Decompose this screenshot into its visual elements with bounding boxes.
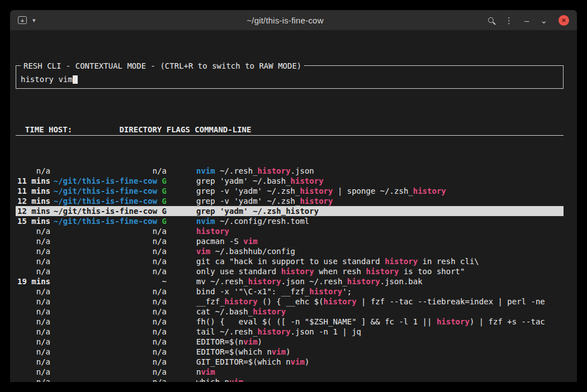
history-row[interactable]: n/an/apacman -S vim: [16, 236, 564, 246]
row-command: mv ~/.resh_history.json ~/.resh_history.…: [196, 276, 423, 286]
row-directory: n/a: [50, 337, 167, 347]
row-command: GIT_EDITOR=$(which nvim): [196, 357, 309, 367]
git-flag: G: [157, 187, 167, 195]
menu-button[interactable]: ⋮: [505, 16, 513, 25]
row-time: n/a: [16, 367, 50, 377]
minimize-button[interactable]: –: [524, 16, 529, 25]
history-row[interactable]: n/an/avim ~/.bashhub/config: [16, 246, 564, 256]
history-row[interactable]: n/an/aGIT_EDITOR=$(which nvim): [16, 357, 564, 367]
history-row[interactable]: 15 mins~/git/this-is-fine-cow Gnvim ~/.c…: [16, 216, 564, 226]
row-directory: n/a: [50, 266, 167, 276]
history-row[interactable]: n/an/aEDITOR=$(which nvim): [16, 347, 564, 357]
row-time: 11 mins: [16, 176, 50, 186]
row-directory: n/a: [50, 236, 167, 246]
row-time: n/a: [16, 286, 50, 297]
row-command: nvim: [196, 367, 215, 377]
history-row[interactable]: n/an/atail ~/.resh_history.json -n 1 | j…: [16, 327, 564, 337]
row-command: vim ~/.bashhub/config: [196, 246, 295, 256]
row-command: grep -v 'yadm' ~/.zsh_history | sponge ~…: [196, 186, 446, 196]
git-flag: G: [157, 207, 167, 216]
row-time: n/a: [16, 256, 50, 266]
search-input[interactable]: history vim: [21, 74, 78, 84]
row-directory: ~/git/this-is-fine-cow G: [50, 186, 167, 196]
history-row[interactable]: 19 mins~mv ~/.resh_history.json ~/.resh_…: [16, 276, 564, 286]
row-directory: ~: [50, 276, 167, 286]
restore-icon: ⌄: [540, 16, 547, 25]
row-command: grep -v 'yadm' ~/.zsh_history: [196, 196, 333, 206]
history-row[interactable]: n/an/acat ~/.bash_history: [16, 307, 564, 317]
terminal-window: + ▾ ~/git/this-is-fine-cow ⋮ – ⌄ ✕: [10, 10, 577, 382]
row-directory: n/a: [50, 357, 167, 367]
row-directory: ~/git/this-is-fine-cow G: [50, 176, 167, 186]
history-row[interactable]: 12 mins~/git/this-is-fine-cow Ggrep -v '…: [16, 196, 564, 206]
titlebar: + ▾ ~/git/this-is-fine-cow ⋮ – ⌄ ✕: [10, 10, 577, 30]
git-flag: G: [157, 176, 167, 185]
search-button[interactable]: [488, 17, 494, 23]
history-row[interactable]: n/an/anvim: [16, 367, 564, 377]
row-time: 11 mins: [16, 186, 50, 196]
row-directory: n/a: [50, 327, 167, 337]
restore-button[interactable]: ⌄: [540, 16, 547, 25]
history-row[interactable]: n/an/ahistory: [16, 226, 564, 236]
row-time: 12 mins: [16, 196, 50, 206]
row-directory: ~/git/this-is-fine-cow G: [50, 216, 167, 226]
row-directory: n/a: [50, 166, 167, 176]
row-command: grep 'yadm' ~/.zsh_history: [196, 206, 319, 216]
git-flag: G: [157, 197, 167, 205]
row-command: fh() { eval $( ([ -n "$ZSH_NAME" ] && fc…: [196, 317, 545, 327]
row-time: 12 mins: [16, 206, 50, 216]
history-row[interactable]: n/an/afh() { eval $( ([ -n "$ZSH_NAME" ]…: [16, 317, 564, 327]
row-time: n/a: [16, 337, 50, 347]
history-row[interactable]: n/an/aonly use standard history when res…: [16, 266, 564, 276]
row-command: history: [196, 226, 229, 236]
row-directory: n/a: [50, 286, 167, 297]
history-row[interactable]: n/an/agit ca "hack in support to use sta…: [16, 256, 564, 266]
row-time: n/a: [16, 307, 50, 317]
row-directory: n/a: [50, 317, 167, 327]
row-command: which nvim: [196, 377, 243, 382]
new-tab-button[interactable]: +: [18, 16, 27, 24]
history-row[interactable]: n/an/awhich nvim: [16, 377, 564, 382]
history-row[interactable]: n/an/anvim ~/.resh_history.json: [16, 166, 564, 176]
row-time: n/a: [16, 327, 50, 337]
row-time: 19 mins: [16, 276, 50, 286]
history-row[interactable]: n/an/aEDITOR=$(nvim): [16, 337, 564, 347]
close-button[interactable]: ✕: [558, 15, 569, 26]
history-row-selected[interactable]: 12 mins~/git/this-is-fine-cow Ggrep 'yad…: [16, 206, 564, 216]
row-time: 15 mins: [16, 216, 50, 226]
row-command: bind -x '"\C-x1": __fzf_history';: [196, 286, 352, 297]
row-command: EDITOR=$(which nvim): [196, 347, 291, 357]
row-directory: n/a: [50, 297, 167, 307]
row-directory: n/a: [50, 377, 167, 382]
resh-mode-label: RESH CLI - CONTEXTUAL MODE - (CTRL+R to …: [21, 61, 304, 71]
history-rows: n/an/anvim ~/.resh_history.json11 mins~/…: [16, 166, 564, 382]
row-command: git ca "hack in support to use standard …: [196, 256, 479, 266]
row-directory: n/a: [50, 307, 167, 317]
row-time: n/a: [16, 297, 50, 307]
window-title: ~/git/this-is-fine-cow: [130, 16, 441, 25]
row-time: n/a: [16, 317, 50, 327]
row-directory: n/a: [50, 246, 167, 256]
history-row[interactable]: n/an/a__fzf_history () { __ehc $(history…: [16, 297, 564, 307]
row-time: n/a: [16, 377, 50, 382]
search-icon: [488, 17, 494, 23]
history-row[interactable]: 11 mins~/git/this-is-fine-cow Ggrep 'yad…: [16, 176, 564, 186]
row-time: n/a: [16, 226, 50, 236]
tab-dropdown-button[interactable]: ▾: [32, 17, 36, 24]
history-row[interactable]: n/an/abind -x '"\C-x1": __fzf_history';: [16, 286, 564, 297]
row-time: n/a: [16, 357, 50, 367]
chevron-down-icon: ▾: [32, 17, 36, 24]
new-tab-icon: +: [18, 16, 27, 24]
row-directory: n/a: [50, 347, 167, 357]
git-flag: G: [157, 217, 167, 226]
row-time: n/a: [16, 166, 50, 176]
row-command: nvim ~/.config/resh.toml: [196, 216, 309, 226]
titlebar-left: + ▾: [18, 16, 130, 24]
row-command: only use standard history when resh hist…: [196, 266, 465, 276]
row-command: pacman -S vim: [196, 236, 258, 246]
history-row[interactable]: 11 mins~/git/this-is-fine-cow Ggrep -v '…: [16, 186, 564, 196]
search-query-text: history vim: [21, 74, 73, 84]
row-command: __fzf_history () { __ehc $(history | fzf…: [196, 297, 545, 307]
row-directory: n/a: [50, 226, 167, 236]
row-command: cat ~/.bash_history: [196, 307, 286, 317]
